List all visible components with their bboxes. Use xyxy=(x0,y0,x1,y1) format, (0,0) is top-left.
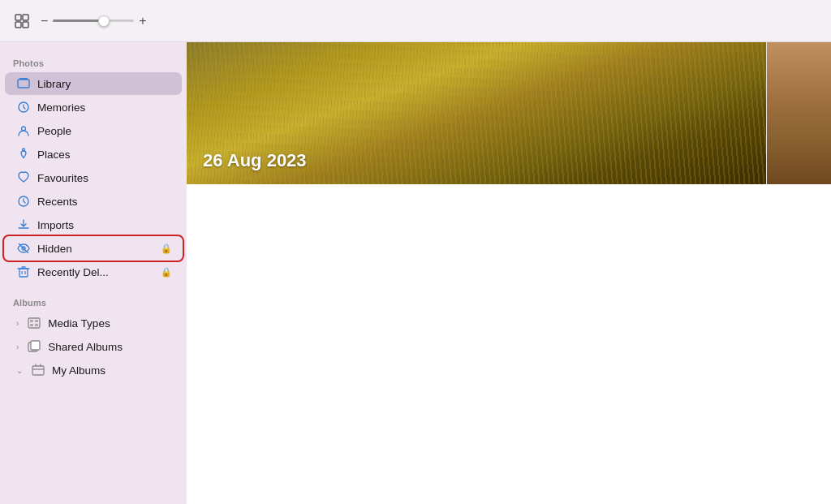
sidebar-item-recents-label: Recents xyxy=(37,196,172,208)
svg-rect-12 xyxy=(19,269,28,277)
sidebar-item-hidden[interactable]: Hidden 🔒 xyxy=(5,237,182,260)
sidebar-item-recently-deleted[interactable]: Recently Del... 🔒 xyxy=(5,261,182,283)
toolbar: − + xyxy=(0,0,831,42)
photo-wheat-field[interactable]: 26 Aug 2023 xyxy=(187,42,766,184)
svg-rect-16 xyxy=(30,320,33,322)
photo-area: 26 Aug 2023 xyxy=(187,42,831,504)
content-area: 26 Aug 2023 xyxy=(187,42,831,504)
sidebar-item-memories[interactable]: Memories xyxy=(5,96,182,118)
sidebar-item-library-label: Library xyxy=(37,78,172,90)
sidebar-item-shared-albums-label: Shared Albums xyxy=(48,341,172,353)
svg-rect-4 xyxy=(18,80,29,88)
svg-rect-0 xyxy=(15,15,21,20)
zoom-minus-label: − xyxy=(41,15,48,28)
svg-rect-15 xyxy=(28,318,40,328)
sidebar-item-my-albums[interactable]: ⌄ My Albums xyxy=(5,359,182,381)
photo-spacer xyxy=(187,184,831,197)
places-icon xyxy=(16,147,31,162)
photo-top-row: 26 Aug 2023 xyxy=(187,42,831,184)
zoom-slider[interactable] xyxy=(53,19,134,22)
trash-icon xyxy=(16,265,31,279)
recently-deleted-lock-icon: 🔒 xyxy=(161,267,172,278)
my-albums-chevron: ⌄ xyxy=(16,366,23,375)
sidebar-item-people[interactable]: People xyxy=(5,119,182,142)
sidebar-item-my-albums-label: My Albums xyxy=(52,364,172,377)
media-types-icon xyxy=(27,316,41,330)
recents-icon xyxy=(16,194,31,209)
photos-section-label: Photos xyxy=(0,52,187,71)
sidebar-item-shared-albums[interactable]: › Shared Albums xyxy=(5,335,182,358)
svg-rect-18 xyxy=(30,324,33,326)
hidden-lock-icon: 🔒 xyxy=(161,243,172,254)
sidebar-item-memories-label: Memories xyxy=(37,101,172,114)
sidebar-item-imports-label: Imports xyxy=(37,219,172,231)
favourites-icon xyxy=(16,170,31,185)
svg-rect-2 xyxy=(15,22,21,28)
albums-section-label: Albums xyxy=(0,291,187,311)
svg-rect-19 xyxy=(35,324,38,326)
media-types-chevron: › xyxy=(16,319,19,328)
grid-view-icon[interactable] xyxy=(13,12,31,30)
photo-right-top[interactable] xyxy=(766,42,831,184)
svg-rect-1 xyxy=(23,15,28,20)
memories-icon xyxy=(16,100,31,114)
svg-rect-21 xyxy=(31,341,40,350)
sidebar-item-recents[interactable]: Recents xyxy=(5,190,182,213)
zoom-control: − + xyxy=(41,15,147,28)
sidebar-item-media-types-label: Media Types xyxy=(48,317,172,330)
sidebar-item-favourites-label: Favourites xyxy=(37,172,172,184)
svg-rect-5 xyxy=(19,78,28,80)
zoom-plus-label: + xyxy=(139,15,146,28)
photo-date-label: 26 Aug 2023 xyxy=(203,150,307,171)
sidebar-item-places[interactable]: Places xyxy=(5,143,182,166)
svg-rect-17 xyxy=(35,320,38,322)
svg-rect-22 xyxy=(32,366,44,375)
sidebar-item-media-types[interactable]: › Media Types xyxy=(5,312,182,334)
my-albums-icon xyxy=(31,363,45,377)
library-icon xyxy=(16,76,31,91)
svg-rect-3 xyxy=(23,22,28,28)
sidebar: Photos Library Memories xyxy=(0,42,187,504)
people-icon xyxy=(16,123,31,138)
sidebar-item-hidden-label: Hidden xyxy=(37,243,153,255)
sidebar-item-people-label: People xyxy=(37,125,172,137)
imports-icon xyxy=(16,218,31,232)
sidebar-item-recently-deleted-label: Recently Del... xyxy=(37,266,153,278)
sidebar-item-imports[interactable]: Imports xyxy=(5,213,182,236)
main-area: Photos Library Memories xyxy=(0,42,831,504)
shared-albums-chevron: › xyxy=(16,342,19,351)
sidebar-item-places-label: Places xyxy=(37,149,172,161)
sidebar-item-favourites[interactable]: Favourites xyxy=(5,166,182,189)
hidden-icon xyxy=(16,241,31,256)
shared-albums-icon xyxy=(27,339,41,354)
svg-point-7 xyxy=(22,127,26,131)
sidebar-item-library[interactable]: Library xyxy=(5,72,182,95)
